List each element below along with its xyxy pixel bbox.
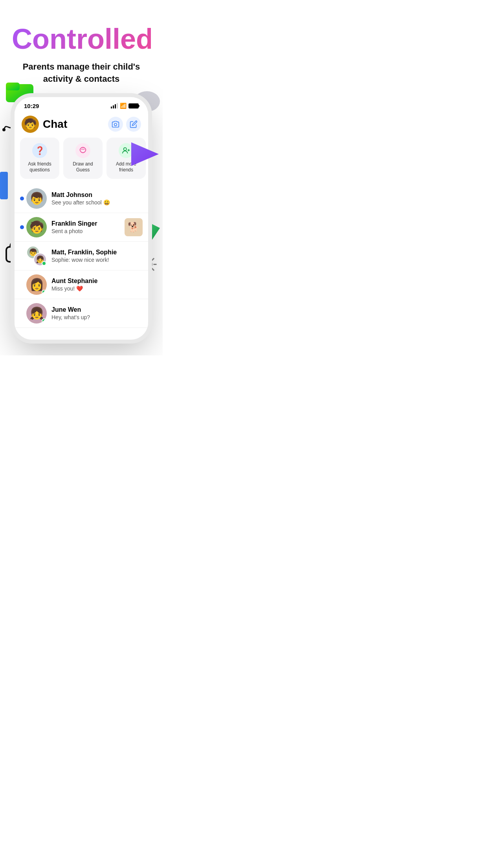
- chat-preview-june: Hey, what's up?: [51, 314, 143, 320]
- svg-line-16: [152, 268, 154, 270]
- chat-info-matt: Matt Johnson See you after school 😀: [51, 191, 143, 206]
- svg-marker-5: [131, 142, 159, 166]
- chat-name-group: Matt, Franklin, Sophie: [51, 249, 143, 256]
- chat-item-aunt-stephanie[interactable]: 👩 Aunt Stephanie Miss you! ❤️: [15, 270, 148, 299]
- group-online-dot: [42, 261, 46, 266]
- avatar-matt: 👦: [26, 188, 47, 209]
- user-avatar: 🧒: [22, 116, 39, 133]
- chat-item-group[interactable]: 👦 👧 Matt, Franklin, Sophie Sophie: wow n…: [15, 242, 148, 270]
- status-icons: 📶: [111, 103, 139, 109]
- svg-point-20: [114, 123, 117, 126]
- svg-point-21: [124, 147, 127, 150]
- status-time: 10:29: [24, 103, 39, 109]
- battery-icon: [128, 103, 139, 108]
- chat-item-franklin-singer[interactable]: 🧒 Franklin Singer Sent a photo 🐕: [15, 213, 148, 242]
- app-title: Chat: [43, 118, 108, 131]
- online-dot-june: [42, 318, 46, 323]
- chat-thumb-franklin: 🐕: [125, 218, 143, 236]
- phone-wrapper: 10:29 📶: [0, 93, 163, 355]
- chat-name-june: June Wen: [51, 306, 143, 313]
- draw-guess-label: Draw andGuess: [73, 161, 93, 173]
- draw-guess-icon: [75, 143, 90, 158]
- phone-mockup: 10:29 📶: [15, 97, 148, 340]
- deco-send-arrow: [129, 140, 161, 169]
- chat-name-matt: Matt Johnson: [51, 191, 143, 199]
- chat-name-franklin: Franklin Singer: [51, 220, 125, 227]
- unread-dot-franklin: [20, 225, 24, 229]
- chat-preview-matt: See you after school 😀: [51, 199, 143, 206]
- chat-name-stephanie: Aunt Stephanie: [51, 278, 143, 285]
- chat-item-june-wen[interactable]: 👧 June Wen Hey, what's up?: [15, 299, 148, 328]
- quick-action-ask-friends[interactable]: ❓ Ask friendsquestions: [20, 138, 59, 179]
- svg-rect-6: [0, 172, 8, 199]
- chat-list: 👦 Matt Johnson See you after school 😀 🧒: [15, 184, 148, 328]
- chat-preview-group: Sophie: wow nice work!: [51, 257, 143, 263]
- page-title: Controlled: [12, 24, 151, 55]
- deco-blue-rect: [0, 172, 8, 201]
- page-subtitle: Parents manage their child's activity & …: [18, 61, 144, 85]
- camera-icon: [112, 120, 119, 128]
- header-actions: [108, 117, 141, 132]
- wifi-icon: 📶: [120, 103, 127, 109]
- ask-friends-label: Ask friendsquestions: [28, 161, 51, 173]
- chat-info-june: June Wen Hey, what's up?: [51, 306, 143, 320]
- svg-line-17: [152, 258, 154, 261]
- quick-action-draw-guess[interactable]: Draw andGuess: [63, 138, 103, 179]
- hero-section: Controlled Parents manage their child's …: [0, 0, 163, 93]
- avatar-stephanie: 👩: [26, 274, 47, 295]
- status-bar: 10:29 📶: [15, 97, 148, 112]
- chat-info-stephanie: Aunt Stephanie Miss you! ❤️: [51, 278, 143, 292]
- app-header: 🧒 Chat: [15, 112, 148, 138]
- ask-friends-icon: ❓: [32, 143, 47, 158]
- online-dot-stephanie: [42, 290, 46, 294]
- avatar-june: 👧: [26, 303, 47, 324]
- chat-info-group: Matt, Franklin, Sophie Sophie: wow nice …: [51, 249, 143, 263]
- avatar-group: 👦 👧: [26, 246, 47, 266]
- avatar-franklin: 🧒: [26, 217, 47, 237]
- signal-icon: [111, 103, 118, 108]
- chat-info-franklin: Franklin Singer Sent a photo: [51, 220, 125, 234]
- chat-preview-franklin: Sent a photo: [51, 228, 125, 234]
- compose-button[interactable]: [126, 117, 141, 132]
- camera-button[interactable]: [108, 117, 123, 132]
- svg-rect-1: [6, 83, 20, 90]
- compose-icon: [130, 120, 138, 128]
- quick-actions: ❓ Ask friendsquestions Draw andGuess: [15, 138, 148, 184]
- app-content: 🧒 Chat: [15, 112, 148, 340]
- chat-item-matt-johnson[interactable]: 👦 Matt Johnson See you after school 😀: [15, 184, 148, 213]
- unread-dot-matt: [20, 197, 24, 200]
- chat-preview-stephanie: Miss you! ❤️: [51, 285, 143, 292]
